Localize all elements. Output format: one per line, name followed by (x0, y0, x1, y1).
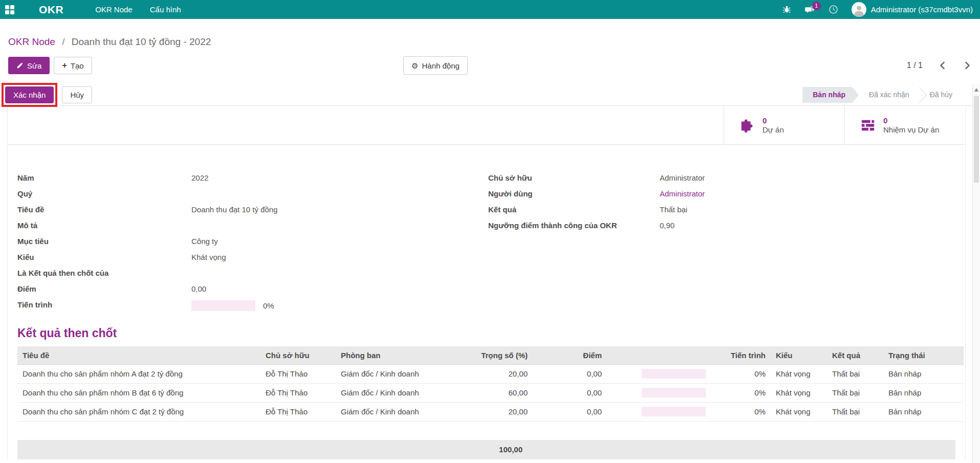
field-label-progress: Tiến trình (17, 300, 191, 309)
status-step-cancelled[interactable]: Đã hủy (920, 87, 963, 103)
scrollbar-thumb[interactable] (974, 96, 979, 183)
cell-result: Thất bại (827, 364, 883, 383)
field-value-progress: 0% (263, 301, 274, 310)
form-sheet: 0 Dự án 0 Nhiệm vụ Dự án Năm2022 Quý Tiê… (7, 106, 966, 459)
field-value-owner: Administrator (660, 173, 705, 182)
cancel-button[interactable]: Hủy (62, 86, 92, 103)
field-value-score: 0,00 (191, 284, 206, 293)
apps-grid-icon (5, 5, 14, 14)
confirm-button[interactable]: Xác nhận (5, 86, 54, 103)
breadcrumb-current: Doanh thu đạt 10 tỷ đồng - 2022 (72, 36, 211, 47)
field-label-target: Mục tiêu (17, 237, 191, 246)
click-target-annotation: Xác nhận (2, 83, 57, 107)
table-row[interactable]: Doanh thu cho sản phẩm nhóm C đạt 2 tỷ đ… (17, 402, 964, 421)
cell-score: 0,00 (533, 364, 607, 383)
pager-next-button[interactable] (963, 60, 972, 71)
project-tasks-count: 0 (883, 116, 939, 125)
puzzle-icon (739, 118, 755, 133)
user-menu[interactable]: Administrator (s37cmdbt3vvn) (852, 2, 973, 17)
field-label-result: Kết quả (488, 205, 660, 214)
cell-state: Bản nháp (883, 402, 964, 421)
table-row[interactable]: Doanh thu cho sản phẩm nhóm B đạt 6 tỷ đ… (17, 383, 964, 402)
edit-button-label: Sửa (27, 61, 41, 70)
col-progress[interactable]: Tiến trình (607, 346, 771, 364)
debug-icon[interactable] (782, 5, 791, 14)
key-results-title: Kết quả then chốt (17, 326, 965, 340)
edit-button[interactable]: Sửa (8, 57, 50, 74)
field-value-type: Khát vọng (191, 253, 226, 261)
cell-title: Doanh thu cho sản phẩm nhóm A đạt 2 tỷ đ… (17, 364, 260, 383)
scroll-up-arrow-icon[interactable] (974, 88, 978, 92)
status-step-confirmed[interactable]: Đã xác nhận (859, 87, 920, 103)
col-score[interactable]: Điểm (533, 346, 607, 364)
field-value-target: Công ty (191, 237, 218, 246)
apps-menu-button[interactable] (0, 0, 19, 19)
cell-weight: 20,00 (453, 364, 533, 383)
app-brand[interactable]: OKR (39, 4, 63, 16)
field-label-type: Kiểu (17, 253, 191, 261)
chevron-left-icon (939, 61, 946, 70)
cell-score: 0,00 (533, 402, 607, 421)
cancel-button-label: Hủy (70, 91, 84, 99)
confirm-button-label: Xác nhận (13, 91, 46, 99)
field-label-title: Tiêu đề (17, 205, 191, 214)
status-step-draft[interactable]: Bản nháp (802, 87, 859, 103)
cell-state: Bản nháp (883, 383, 964, 402)
cell-progress-pct: 0% (754, 388, 766, 397)
cell-department: Giám đốc / Kinh doanh (336, 383, 453, 402)
chevron-right-icon (964, 61, 971, 70)
control-panel: Sửa + Tạo ⚙ Hành động 1 / 1 (0, 56, 980, 75)
col-result[interactable]: Kết quả (827, 346, 883, 364)
field-value-title: Doanh thu đạt 10 tỷ đồng (191, 205, 277, 214)
progress-bar (642, 407, 706, 416)
progress-bar (642, 388, 706, 398)
menu-config[interactable]: Cấu hình (150, 0, 181, 19)
field-label-threshold: Ngưỡng điểm thành công của OKR (488, 221, 660, 230)
col-department[interactable]: Phòng ban (336, 346, 453, 364)
messages-icon[interactable]: 1 (804, 5, 815, 14)
cell-title: Doanh thu cho sản phẩm nhóm C đạt 2 tỷ đ… (17, 402, 260, 421)
col-weight[interactable]: Trọng số (%) (453, 346, 533, 364)
menu-okr-node[interactable]: OKR Node (95, 0, 133, 19)
activities-clock-icon[interactable] (829, 5, 838, 14)
col-title[interactable]: Tiêu đề (17, 346, 260, 364)
field-label-score: Điểm (17, 284, 191, 293)
cell-type: Khát vọng (771, 383, 827, 402)
progress-bar (642, 369, 706, 379)
col-type[interactable]: Kiểu (771, 346, 827, 364)
action-menu-button[interactable]: ⚙ Hành động (403, 56, 468, 75)
action-button-label: Hành động (422, 61, 459, 70)
field-label-quarter: Quý (17, 189, 191, 198)
pencil-icon (16, 62, 24, 69)
create-button[interactable]: + Tạo (54, 57, 92, 74)
cell-weight: 60,00 (453, 383, 533, 402)
field-label-parent-kr: Là Kết quả then chốt của (17, 269, 191, 277)
cell-result: Thất bại (827, 402, 883, 421)
pager-previous-button[interactable] (938, 60, 947, 71)
project-tasks-stat-button[interactable]: 0 Nhiệm vụ Dự án (844, 106, 965, 144)
breadcrumb-separator: / (62, 36, 64, 47)
status-steps: Bản nháp Đã xác nhận Đã hủy (802, 87, 963, 103)
col-owner[interactable]: Chủ sở hữu (260, 346, 336, 364)
field-label-year: Năm (17, 173, 191, 182)
field-value-result: Thất bại (660, 205, 687, 214)
cell-owner: Đỗ Thị Thảo (260, 402, 336, 421)
table-header-row: Tiêu đề Chủ sở hữu Phòng ban Trọng số (%… (17, 346, 964, 364)
cell-owner: Đỗ Thị Thảo (260, 364, 336, 383)
table-footer: 100,00 (17, 440, 955, 459)
projects-count: 0 (763, 116, 784, 125)
statusbar: Xác nhận Hủy Bản nháp Đã xác nhận Đã hủy (0, 84, 980, 106)
col-state[interactable]: Trạng thái (883, 346, 964, 364)
breadcrumb-parent-link[interactable]: OKR Node (8, 36, 55, 47)
cell-type: Khát vọng (771, 402, 827, 421)
projects-stat-button[interactable]: 0 Dự án (724, 106, 844, 144)
pager-value: 1 / 1 (907, 61, 923, 70)
plus-icon: + (62, 61, 67, 70)
top-navbar: OKR OKR Node Cấu hình 1 (0, 0, 980, 19)
table-row[interactable]: Doanh thu cho sản phẩm nhóm A đạt 2 tỷ đ… (17, 364, 964, 383)
vertical-scrollbar[interactable] (972, 84, 980, 463)
cell-owner: Đỗ Thị Thảo (260, 383, 336, 402)
cell-department: Giám đốc / Kinh doanh (336, 364, 453, 383)
user-name: Administrator (s37cmdbt3vvn) (871, 5, 973, 14)
field-value-user-link[interactable]: Administrator (660, 189, 705, 198)
